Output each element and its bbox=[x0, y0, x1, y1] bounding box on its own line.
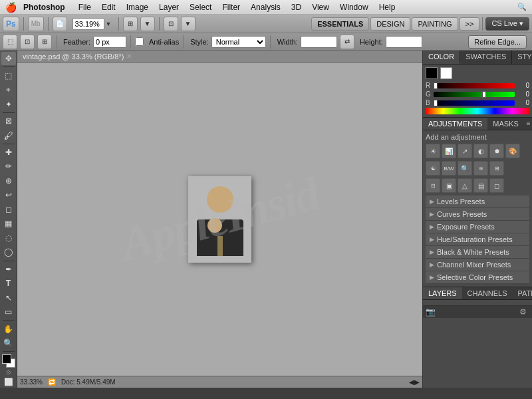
bw-icon[interactable]: B/W bbox=[442, 161, 456, 176]
brightness-contrast-icon[interactable]: ☀ bbox=[426, 144, 440, 158]
shape-tool[interactable]: ▭ bbox=[1, 305, 16, 319]
screen-mode-btn[interactable]: ⬜ bbox=[4, 378, 13, 386]
spectrum-bar[interactable] bbox=[426, 108, 529, 114]
vibrance-icon[interactable]: ⬟ bbox=[489, 144, 504, 158]
curves-icon[interactable]: ↗ bbox=[458, 144, 472, 158]
history-brush-tool[interactable]: ↩ bbox=[1, 188, 16, 201]
exposure-icon[interactable]: ◐ bbox=[473, 144, 488, 158]
b-slider-track[interactable] bbox=[434, 100, 515, 106]
channel-mixer-icon[interactable]: ≋ bbox=[473, 161, 488, 176]
feather-input[interactable] bbox=[93, 36, 126, 48]
blur-tool[interactable]: ◌ bbox=[1, 231, 16, 245]
workspace-design-btn[interactable]: DESIGN bbox=[370, 17, 410, 31]
status-arrow-left[interactable]: ◀ bbox=[409, 378, 414, 386]
layers-settings-icon[interactable]: ⚙ bbox=[519, 307, 527, 317]
document-btn[interactable]: 📄 bbox=[53, 17, 67, 31]
cs-live-btn[interactable]: CS Live ▾ bbox=[485, 17, 529, 31]
eyedropper-tool[interactable]: 🖋 bbox=[1, 128, 16, 142]
status-icon[interactable]: 🔁 bbox=[48, 378, 56, 386]
swap-dimensions-btn[interactable]: ⇄ bbox=[340, 35, 354, 49]
search-icon[interactable]: 🔍 bbox=[517, 3, 527, 11]
anti-alias-checkbox[interactable] bbox=[135, 37, 144, 46]
move-tool[interactable]: ✥ bbox=[1, 52, 16, 65]
healing-tool[interactable]: ✚ bbox=[1, 146, 16, 159]
gradient-tool[interactable]: ▦ bbox=[1, 217, 16, 230]
hue-sat-icon[interactable]: 🎨 bbox=[505, 144, 520, 158]
g-slider-thumb[interactable] bbox=[482, 91, 486, 98]
b-slider-thumb[interactable] bbox=[434, 100, 438, 106]
apple-menu[interactable]: 🍎 bbox=[5, 2, 17, 13]
hand-tool[interactable]: ✋ bbox=[1, 322, 16, 335]
quick-mask-btn[interactable]: ⊙ bbox=[6, 369, 11, 376]
preset-huesat[interactable]: ▶ Hue/Saturation Presets bbox=[426, 233, 529, 246]
tab-styles[interactable]: STYLES bbox=[512, 51, 532, 64]
style-select[interactable]: Normal Fixed Ratio Fixed Size bbox=[211, 36, 266, 48]
pen-tool[interactable]: ✒ bbox=[1, 263, 16, 276]
photo-filter-icon[interactable]: 🔍 bbox=[458, 161, 472, 176]
zoom-tool[interactable]: 🔍 bbox=[1, 336, 16, 350]
tab-masks[interactable]: MASKS bbox=[487, 118, 524, 130]
preset-channelmixer[interactable]: ▶ Channel Mixer Presets bbox=[426, 259, 529, 271]
preset-levels[interactable]: ▶ Levels Presets bbox=[426, 196, 529, 208]
menu-layer[interactable]: Layer bbox=[154, 1, 184, 13]
tab-channels[interactable]: CHANNELS bbox=[462, 287, 513, 299]
menu-analysis[interactable]: Analysis bbox=[245, 1, 286, 13]
bg-color-square[interactable] bbox=[440, 67, 452, 79]
tab-adjustments[interactable]: ADJUSTMENTS bbox=[423, 118, 487, 130]
menu-file[interactable]: File bbox=[73, 1, 96, 13]
color-lookup-icon[interactable]: ⊞ bbox=[489, 161, 504, 176]
height-input[interactable] bbox=[386, 36, 422, 48]
canvas-close-icon[interactable]: ✕ bbox=[126, 53, 132, 60]
workspace-more-btn[interactable]: >> bbox=[460, 17, 480, 31]
zoom-dropdown-icon[interactable]: ▼ bbox=[106, 21, 112, 27]
arrange-dropdown-btn[interactable]: ▼ bbox=[140, 17, 155, 31]
path-select-tool[interactable]: ↖ bbox=[1, 291, 16, 305]
selection-mode3-btn[interactable]: ⊞ bbox=[37, 35, 52, 49]
adj-menu-icon[interactable]: ≡ bbox=[524, 118, 532, 130]
menu-3d[interactable]: 3D bbox=[286, 1, 307, 13]
tab-color[interactable]: COLOR bbox=[423, 51, 460, 64]
preset-curves[interactable]: ▶ Curves Presets bbox=[426, 208, 529, 221]
foreground-color[interactable] bbox=[2, 354, 11, 364]
menu-image[interactable]: Image bbox=[121, 1, 154, 13]
menu-help[interactable]: Help bbox=[374, 1, 401, 13]
workspace-painting-btn[interactable]: PAINTING bbox=[412, 17, 458, 31]
preset-selectivecolor[interactable]: ▶ Selective Color Presets bbox=[426, 271, 529, 284]
gradient-map-icon[interactable]: ▤ bbox=[473, 178, 488, 193]
r-slider-track[interactable] bbox=[434, 83, 515, 88]
menu-filter[interactable]: Filter bbox=[217, 1, 245, 13]
zoom-input[interactable]: 33.19% bbox=[72, 18, 104, 30]
invert-icon[interactable]: ⊟ bbox=[426, 178, 440, 193]
selective-color-icon[interactable]: ◻ bbox=[489, 178, 504, 193]
g-slider-track[interactable] bbox=[434, 92, 515, 97]
arrange-btn[interactable]: ⊞ bbox=[123, 17, 138, 31]
eraser-tool[interactable]: ◻ bbox=[1, 203, 16, 216]
r-slider-thumb[interactable] bbox=[434, 82, 438, 89]
marquee-tool[interactable]: ⬚ bbox=[1, 68, 16, 82]
crop-tool[interactable]: ⊠ bbox=[1, 114, 16, 128]
tab-layers[interactable]: LAYERS bbox=[423, 287, 462, 299]
brush-tool[interactable]: ✏ bbox=[1, 160, 16, 173]
photo-layer[interactable] bbox=[188, 176, 251, 263]
posterize-icon[interactable]: ▣ bbox=[442, 178, 456, 193]
preset-exposure[interactable]: ▶ Exposure Presets bbox=[426, 221, 529, 233]
dodge-tool[interactable]: ◯ bbox=[1, 245, 16, 259]
preset-bw[interactable]: ▶ Black & White Presets bbox=[426, 246, 529, 259]
workspace-essentials-btn[interactable]: ESSENTIALS bbox=[311, 17, 369, 31]
clone-tool[interactable]: ⊕ bbox=[1, 174, 16, 188]
type-tool[interactable]: T bbox=[1, 277, 16, 290]
tab-paths[interactable]: PATHS bbox=[513, 287, 533, 299]
lasso-tool[interactable]: ⌖ bbox=[1, 83, 16, 96]
magic-wand-tool[interactable]: ✦ bbox=[1, 97, 16, 110]
status-arrow-right[interactable]: ▶ bbox=[414, 378, 420, 386]
photoshop-logo-btn[interactable]: Ps bbox=[3, 17, 19, 31]
fg-color-square[interactable] bbox=[426, 67, 438, 79]
refine-edge-btn[interactable]: Refine Edge... bbox=[468, 35, 527, 49]
selection-mode2-btn[interactable]: ⊡ bbox=[20, 35, 35, 49]
color-swatches[interactable] bbox=[2, 354, 15, 367]
tab-swatches[interactable]: SWATCHES bbox=[460, 51, 512, 64]
extras-btn[interactable]: ⊡ bbox=[164, 17, 178, 31]
menu-select[interactable]: Select bbox=[184, 1, 217, 13]
canvas-content[interactable]: AppleInsid bbox=[17, 63, 422, 376]
color-balance-icon[interactable]: ☯ bbox=[426, 161, 440, 176]
